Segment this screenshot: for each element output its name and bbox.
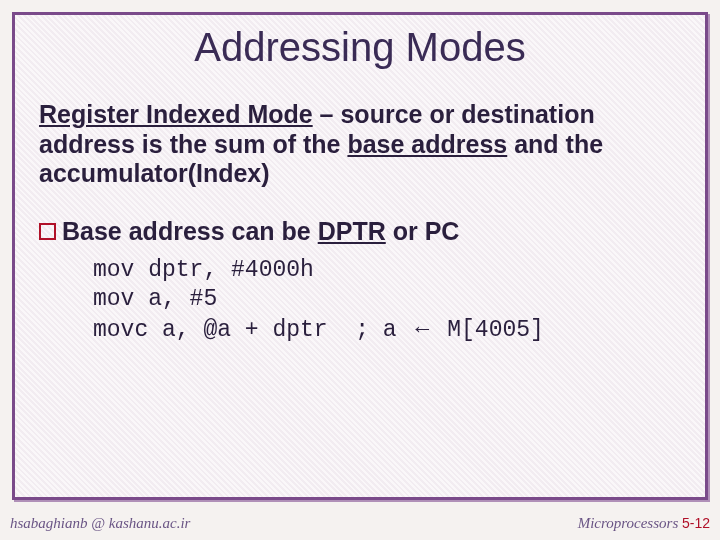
term-dptr: DPTR bbox=[318, 217, 386, 245]
definition-paragraph: Register Indexed Mode – source or destin… bbox=[33, 100, 687, 189]
term-base-address: base address bbox=[347, 130, 507, 158]
slide-title: Addressing Modes bbox=[33, 25, 687, 70]
term-register-indexed: Register Indexed Mode bbox=[39, 100, 313, 128]
code-line-3b: M[4005] bbox=[433, 317, 543, 343]
code-block: mov dptr, #4000h mov a, #5 movc a, @a + … bbox=[93, 256, 687, 346]
footer-right: Microprocessors 5-12 bbox=[578, 515, 710, 532]
bullet-pre: Base address can be bbox=[62, 217, 318, 245]
bullet-post: or PC bbox=[386, 217, 460, 245]
code-line-1: mov dptr, #4000h bbox=[93, 257, 314, 283]
bullet-text: Base address can be DPTR or PC bbox=[62, 217, 459, 246]
footer-course: Microprocessors bbox=[578, 515, 682, 531]
slide-footer: hsabaghianb @ kashanu.ac.ir Microprocess… bbox=[10, 515, 710, 532]
sep: – bbox=[313, 100, 341, 128]
slide-frame: Addressing Modes Register Indexed Mode –… bbox=[12, 12, 708, 500]
code-line-2: mov a, #5 bbox=[93, 286, 217, 312]
left-arrow-icon: ← bbox=[410, 315, 433, 341]
footer-page-number: 5-12 bbox=[682, 515, 710, 531]
square-bullet-icon bbox=[39, 223, 56, 240]
footer-author: hsabaghianb @ kashanu.ac.ir bbox=[10, 515, 190, 532]
code-line-3a: movc a, @a + dptr ; a bbox=[93, 317, 410, 343]
bullet-item: Base address can be DPTR or PC bbox=[33, 217, 687, 246]
